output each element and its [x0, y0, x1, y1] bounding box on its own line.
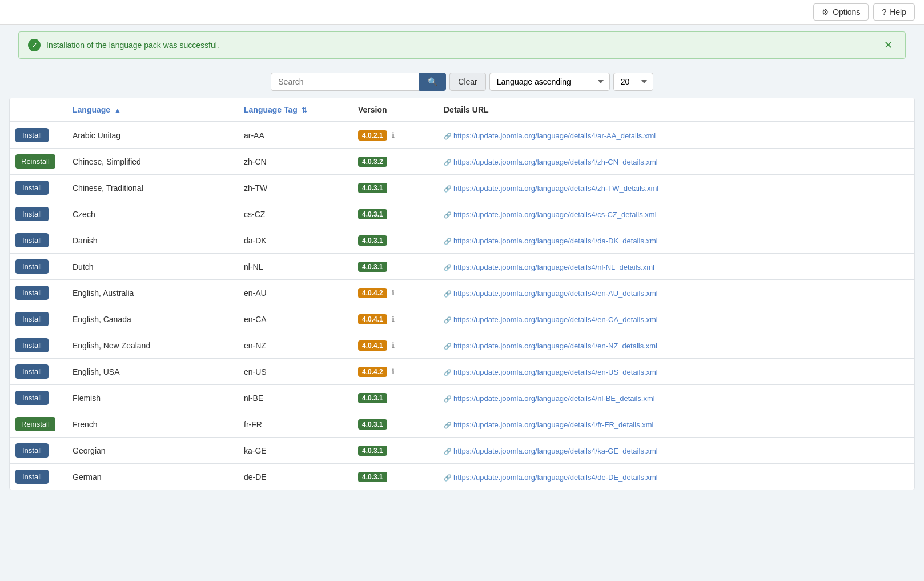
language-cell: Georgian: [67, 438, 238, 464]
action-cell: Reinstall: [10, 149, 67, 175]
language-cell: French: [67, 411, 238, 438]
details-link[interactable]: 🔗https://update.joomla.org/language/deta…: [444, 368, 658, 376]
table-row: Install English, New Zealand en-NZ 4.0.4…: [10, 332, 914, 359]
col-header-language[interactable]: Language ▲: [67, 98, 238, 122]
info-icon[interactable]: ℹ: [392, 315, 395, 323]
install-button[interactable]: Install: [15, 207, 49, 221]
url-cell: 🔗https://update.joomla.org/language/deta…: [438, 254, 914, 280]
col-header-version: Version: [352, 98, 438, 122]
info-icon[interactable]: ℹ: [392, 289, 395, 297]
install-button[interactable]: Install: [15, 391, 49, 405]
install-button[interactable]: Install: [15, 286, 49, 300]
details-link[interactable]: 🔗https://update.joomla.org/language/deta…: [444, 473, 658, 482]
language-cell: Czech: [67, 201, 238, 227]
details-link[interactable]: 🔗https://update.joomla.org/language/deta…: [444, 447, 658, 455]
url-cell: 🔗https://update.joomla.org/language/deta…: [438, 411, 914, 438]
top-bar: ⚙ Options ? Help: [0, 0, 924, 25]
search-input[interactable]: [271, 73, 419, 91]
reinstall-button[interactable]: Reinstall: [15, 417, 55, 431]
gear-icon: ⚙: [822, 7, 829, 17]
language-cell: Chinese, Simplified: [67, 149, 238, 175]
url-cell: 🔗https://update.joomla.org/language/deta…: [438, 438, 914, 464]
url-cell: 🔗https://update.joomla.org/language/deta…: [438, 122, 914, 149]
version-cell: 4.0.3.1: [352, 411, 438, 438]
tag-cell: nl-NL: [238, 254, 352, 280]
page-size-select[interactable]: 5101520253050100All: [613, 73, 653, 91]
search-wrapper: 🔍: [271, 73, 446, 91]
tag-cell: cs-CZ: [238, 201, 352, 227]
language-cell: German: [67, 464, 238, 490]
tag-cell: de-DE: [238, 464, 352, 490]
options-button[interactable]: ⚙ Options: [813, 3, 869, 21]
details-link[interactable]: 🔗https://update.joomla.org/language/deta…: [444, 158, 658, 166]
details-link[interactable]: 🔗https://update.joomla.org/language/deta…: [444, 289, 658, 298]
external-link-icon: 🔗: [444, 290, 452, 297]
external-link-icon: 🔗: [444, 133, 452, 139]
search-button[interactable]: 🔍: [419, 73, 446, 91]
tag-cell: en-US: [238, 359, 352, 385]
help-button[interactable]: ? Help: [873, 3, 915, 21]
language-cell: Flemish: [67, 385, 238, 411]
details-link[interactable]: 🔗https://update.joomla.org/language/deta…: [444, 210, 657, 219]
tag-cell: en-NZ: [238, 332, 352, 359]
info-icon[interactable]: ℹ: [392, 367, 395, 376]
details-link[interactable]: 🔗https://update.joomla.org/language/deta…: [444, 315, 658, 324]
tag-cell: fr-FR: [238, 411, 352, 438]
version-cell: 4.0.4.2 ℹ: [352, 359, 438, 385]
success-banner: ✓ Installation of the language pack was …: [18, 31, 906, 59]
info-icon[interactable]: ℹ: [392, 131, 395, 139]
search-icon: 🔍: [428, 77, 437, 86]
language-cell: English, USA: [67, 359, 238, 385]
details-link[interactable]: 🔗https://update.joomla.org/language/deta…: [444, 263, 654, 271]
install-button[interactable]: Install: [15, 470, 49, 484]
url-cell: 🔗https://update.joomla.org/language/deta…: [438, 175, 914, 201]
banner-message: Installation of the language pack was su…: [46, 41, 219, 50]
table-header-row: Language ▲ Language Tag ⇅ Version Detail…: [10, 98, 914, 122]
version-cell: 4.0.3.1: [352, 227, 438, 254]
version-badge: 4.0.4.2: [358, 288, 387, 298]
main-content: ✓ Installation of the language pack was …: [0, 31, 924, 499]
install-button[interactable]: Install: [15, 312, 49, 326]
version-badge: 4.0.3.1: [358, 209, 387, 219]
url-cell: 🔗https://update.joomla.org/language/deta…: [438, 201, 914, 227]
language-table: Language ▲ Language Tag ⇅ Version Detail…: [10, 98, 914, 490]
sort-select[interactable]: Language ascendingLanguage descendingLan…: [489, 73, 610, 91]
col-header-tag[interactable]: Language Tag ⇅: [238, 98, 352, 122]
details-link[interactable]: 🔗https://update.joomla.org/language/deta…: [444, 237, 658, 245]
install-button[interactable]: Install: [15, 338, 49, 352]
col-header-action: [10, 98, 67, 122]
tag-cell: nl-BE: [238, 385, 352, 411]
install-button[interactable]: Install: [15, 259, 49, 274]
url-cell: 🔗https://update.joomla.org/language/deta…: [438, 332, 914, 359]
details-link[interactable]: 🔗https://update.joomla.org/language/deta…: [444, 420, 653, 429]
details-link[interactable]: 🔗https://update.joomla.org/language/deta…: [444, 131, 656, 140]
version-badge: 4.0.3.2: [358, 157, 387, 167]
table-row: Install English, Canada en-CA 4.0.4.1 ℹ …: [10, 306, 914, 332]
action-cell: Reinstall: [10, 411, 67, 438]
banner-left: ✓ Installation of the language pack was …: [28, 39, 219, 51]
install-button[interactable]: Install: [15, 233, 49, 247]
tag-header-label: Language Tag: [244, 105, 298, 114]
details-link[interactable]: 🔗https://update.joomla.org/language/deta…: [444, 342, 657, 350]
version-cell: 4.0.3.1: [352, 175, 438, 201]
table-row: Install Danish da-DK 4.0.3.1 🔗https://up…: [10, 227, 914, 254]
reinstall-button[interactable]: Reinstall: [15, 154, 55, 169]
table-row: Install German de-DE 4.0.3.1 🔗https://up…: [10, 464, 914, 490]
install-button[interactable]: Install: [15, 181, 49, 195]
action-cell: Install: [10, 201, 67, 227]
sort-arrow-language: ▲: [114, 106, 121, 114]
clear-button[interactable]: Clear: [449, 73, 485, 91]
close-banner-button[interactable]: ✕: [881, 39, 896, 51]
install-button[interactable]: Install: [15, 364, 49, 379]
install-button[interactable]: Install: [15, 128, 49, 142]
external-link-icon: 🔗: [444, 474, 452, 481]
install-button[interactable]: Install: [15, 443, 49, 458]
tag-cell: zh-CN: [238, 149, 352, 175]
language-cell: English, Canada: [67, 306, 238, 332]
table-row: Install Czech cs-CZ 4.0.3.1 🔗https://upd…: [10, 201, 914, 227]
version-cell: 4.0.3.1: [352, 438, 438, 464]
details-link[interactable]: 🔗https://update.joomla.org/language/deta…: [444, 394, 655, 403]
details-link[interactable]: 🔗https://update.joomla.org/language/deta…: [444, 184, 658, 193]
language-cell: English, New Zealand: [67, 332, 238, 359]
info-icon[interactable]: ℹ: [392, 341, 395, 350]
